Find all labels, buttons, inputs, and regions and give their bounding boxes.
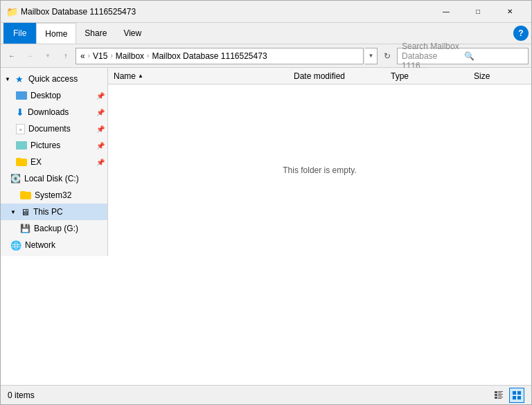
sidebar-item-ex[interactable]: EX 📌 [1,154,107,170]
sidebar-label-pictures: Pictures [30,141,60,150]
breadcrumb-mailbox[interactable]: Mailbox [116,51,144,61]
title-icon: 📁 [6,6,18,17]
star-icon: ★ [15,74,24,84]
thispc-icon: 🖥 [21,207,30,217]
col-header-type[interactable]: Type [385,68,468,84]
hdd-icon: 💽 [10,174,21,183]
title-text: Mailbox Database 1116525473 [21,7,430,17]
help-button[interactable]: ? [513,26,529,41]
downloads-icon: ⬇ [16,107,24,118]
pin-icon-documents: 📌 [96,125,105,133]
svg-rect-0 [495,391,497,393]
svg-rect-11 [513,396,516,399]
pin-icon-pictures: 📌 [96,142,105,150]
svg-rect-5 [498,395,502,396]
svg-rect-3 [495,394,497,396]
system32-folder-icon [20,191,31,199]
sidebar-label-this-pc: This PC [33,207,63,217]
sidebar-label-local-disk: Local Disk (C:) [24,174,79,183]
sidebar-item-desktop[interactable]: Desktop 📌 [1,87,107,104]
sidebar-item-downloads[interactable]: ⬇ Downloads 📌 [1,104,107,120]
tab-view[interactable]: View [115,23,150,44]
backup-drive-icon: 💾 [20,224,30,233]
sidebar-label-system32: System32 [35,190,71,200]
sidebar-label-downloads: Downloads [28,107,69,117]
tab-share[interactable]: Share [76,23,115,44]
ex-folder-icon [16,158,27,166]
refresh-button[interactable]: ↻ [379,48,396,64]
sidebar-item-system32[interactable]: System32 [1,187,107,204]
col-header-size[interactable]: Size [468,68,524,84]
sidebar-item-network[interactable]: 🌐 Network [1,237,107,253]
pin-icon-desktop: 📌 [96,92,105,100]
close-button[interactable]: ✕ [494,1,526,23]
sidebar-item-pictures[interactable]: Pictures 📌 [1,137,107,154]
sidebar-label-backup: Backup (G:) [34,224,78,233]
sidebar-item-backup-g[interactable]: 💾 Backup (G:) [1,220,107,237]
content-area: Name ▲ Date modified Type Size This fold… [108,68,531,256]
file-content: This folder is empty. [108,84,531,256]
items-count: 0 items [8,390,35,400]
network-icon: 🌐 [10,240,21,251]
window-controls: — □ ✕ [430,1,526,23]
pin-icon-ex: 📌 [96,159,105,166]
col-header-date[interactable]: Date modified [288,68,385,84]
recent-locations-button[interactable]: ▼ [39,48,56,64]
back-button[interactable]: ← [3,48,20,64]
svg-rect-9 [513,391,516,395]
status-bar: 0 items [1,385,531,404]
address-bar: ← → ▼ ↑ « › V15 › Mailbox › Mailbox Data… [1,44,531,68]
sidebar: ▼ ★ Quick access Desktop 📌 ⬇ Downloads 📌… [1,68,108,256]
minimize-button[interactable]: — [430,1,462,23]
search-placeholder: Search Mailbox Database 1116... [402,42,461,71]
sidebar-label-ex: EX [30,157,42,167]
svg-rect-1 [498,391,503,392]
breadcrumb-dropdown[interactable]: ▼ [365,48,378,64]
main-area: ▼ ★ Quick access Desktop 📌 ⬇ Downloads 📌… [1,68,531,256]
tab-home[interactable]: Home [36,23,76,44]
sidebar-item-local-disk[interactable]: 💽 Local Disk (C:) [1,170,107,187]
sort-arrow: ▲ [138,73,143,79]
forward-button[interactable]: → [21,48,38,64]
breadcrumb-current[interactable]: Mailbox Database 1116525473 [152,51,267,61]
breadcrumb-recent[interactable]: « [80,51,85,61]
col-header-name[interactable]: Name ▲ [108,68,288,84]
tab-file[interactable]: File [3,23,36,44]
view-details-button[interactable] [491,388,506,403]
breadcrumb-v15[interactable]: V15 [93,51,107,61]
breadcrumb: « › V15 › Mailbox › Mailbox Database 111… [76,48,364,64]
quick-access-label: Quick access [28,74,78,84]
svg-rect-2 [498,393,502,393]
svg-rect-7 [498,397,503,397]
sidebar-item-documents[interactable]: ≡ Documents 📌 [1,120,107,137]
svg-rect-10 [517,391,521,395]
maximize-button[interactable]: □ [462,1,494,23]
expand-icon-thispc: ▼ [10,209,16,215]
desktop-icon [16,91,27,100]
search-icon: 🔍 [464,51,524,61]
title-bar: 📁 Mailbox Database 1116525473 — □ ✕ [1,1,531,23]
documents-icon: ≡ [16,124,25,134]
svg-rect-12 [517,396,521,399]
empty-message: This folder is empty. [283,165,356,175]
pictures-icon [16,141,27,150]
view-tiles-button[interactable] [509,388,524,403]
quick-access-expand-icon: ▼ [5,76,10,82]
view-toggle [491,388,524,403]
sidebar-section-quick-access[interactable]: ▼ ★ Quick access [1,71,107,87]
search-bar[interactable]: Search Mailbox Database 1116... 🔍 [397,48,529,64]
sidebar-label-documents: Documents [28,124,71,134]
svg-rect-8 [498,398,502,399]
svg-rect-6 [495,397,497,399]
up-button[interactable]: ↑ [57,48,74,64]
svg-rect-4 [498,394,503,395]
sidebar-label-desktop: Desktop [30,91,61,100]
sidebar-item-this-pc[interactable]: ▼ 🖥 This PC [1,204,107,220]
pin-icon-downloads: 📌 [96,109,105,116]
column-headers: Name ▲ Date modified Type Size [108,68,531,84]
ribbon-tabs: File Home Share View ? [1,23,531,44]
sidebar-label-network: Network [25,240,55,250]
